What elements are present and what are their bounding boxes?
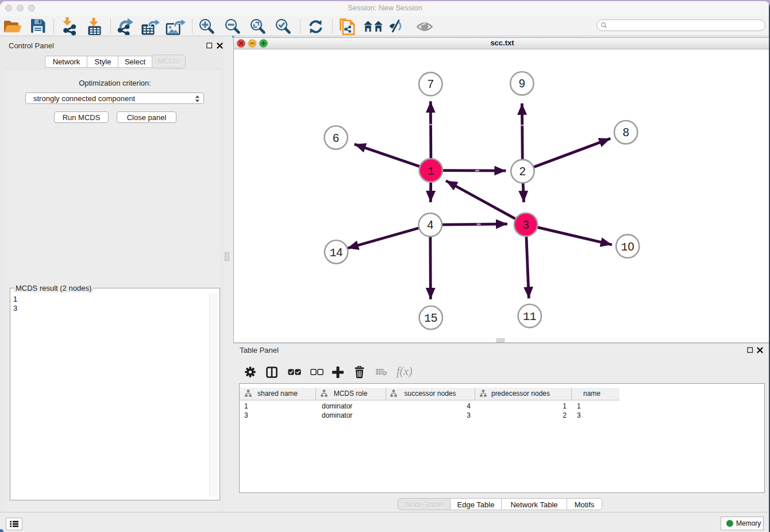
svg-text:1: 1 [621, 241, 628, 254]
svg-text:4: 4 [427, 218, 433, 231]
svg-text:4: 4 [336, 246, 342, 259]
svg-text:1: 1 [424, 312, 431, 325]
svg-text:0: 0 [627, 240, 634, 253]
svg-text:3: 3 [523, 218, 529, 231]
svg-text:7: 7 [428, 78, 434, 90]
svg-text:6: 6 [333, 132, 339, 144]
svg-text:1: 1 [428, 165, 434, 178]
svg-text:8: 8 [623, 126, 629, 138]
svg-text:2: 2 [519, 165, 526, 178]
svg-text:1: 1 [329, 246, 336, 260]
svg-text:9: 9 [519, 77, 525, 90]
svg-text:5: 5 [431, 311, 437, 324]
svg-text:1: 1 [523, 310, 530, 323]
svg-text:1: 1 [529, 310, 536, 323]
